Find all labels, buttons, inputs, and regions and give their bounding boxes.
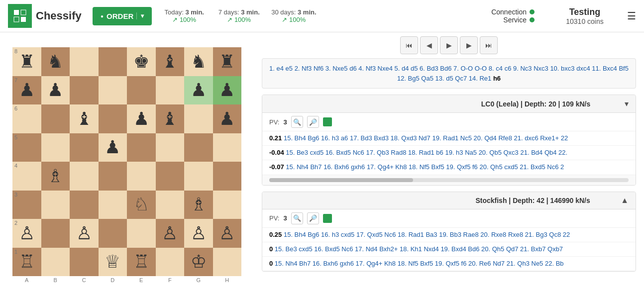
engine-title-stockfish: Stockfish | Depth: 42 | 146990 kN/s xyxy=(445,197,621,204)
nav-first-button[interactable]: ⏮ xyxy=(400,36,418,54)
cell-7-1[interactable] xyxy=(41,248,70,277)
nav-last-button[interactable]: ⏭ xyxy=(480,36,498,54)
cell-2-4[interactable]: ♟ xyxy=(127,104,156,133)
cell-4-3[interactable] xyxy=(99,162,127,191)
rank-labels: 87654321 xyxy=(13,47,17,276)
cell-3-2[interactable] xyxy=(70,133,99,162)
cell-3-6[interactable] xyxy=(184,133,213,162)
cell-5-6[interactable]: ♗ xyxy=(184,191,213,219)
cell-7-2[interactable] xyxy=(70,248,99,277)
cell-1-1[interactable]: ♟ xyxy=(41,76,70,105)
status-area: Connection Service xyxy=(491,8,535,24)
engine-header-stockfish: Stockfish | Depth: 42 | 146990 kN/s ▲ xyxy=(262,192,636,209)
cell-4-5[interactable] xyxy=(156,162,185,191)
line-lc0-3: -0.07 15. Nh4 Bh7 16. Bxh6 gxh6 17. Qg4+… xyxy=(262,160,636,175)
cell-5-1[interactable] xyxy=(41,191,70,219)
cell-7-5[interactable] xyxy=(156,248,185,277)
file-label-D: D xyxy=(99,277,127,283)
cell-6-7[interactable]: ♙ xyxy=(213,219,242,248)
cell-5-5[interactable] xyxy=(156,191,185,219)
line-sf-1: 0.25 15. Bh4 Bg6 16. h3 cxd5 17. Qxd5 Nc… xyxy=(262,228,636,242)
line-lc0-2: -0.04 15. Be3 cxd5 16. Bxd5 Nc6 17. Qb3 … xyxy=(262,146,636,160)
cell-6-3[interactable] xyxy=(99,219,127,248)
cell-5-7[interactable] xyxy=(213,191,242,219)
cell-2-3[interactable] xyxy=(99,104,127,133)
moves-lc0-2: 15. Be3 cxd5 16. Bxd5 Nc6 17. Qb3 Rad8 1… xyxy=(286,149,567,156)
pv-value-lc0: 3 xyxy=(283,118,287,126)
nav-next2-button[interactable]: ▶ xyxy=(460,36,478,54)
cell-7-4[interactable]: ♖ xyxy=(127,248,156,277)
cell-1-2[interactable] xyxy=(70,76,99,105)
cell-3-5[interactable] xyxy=(156,133,185,162)
cell-7-6[interactable]: ♔ xyxy=(184,248,213,277)
service-dot xyxy=(530,17,535,22)
cell-0-4[interactable]: ♚ xyxy=(127,47,156,76)
cell-3-3[interactable]: ♟ xyxy=(99,133,127,162)
rank-label-6: 6 xyxy=(13,104,17,133)
cell-3-1[interactable] xyxy=(41,133,70,162)
cell-4-6[interactable] xyxy=(184,162,213,191)
engine-panel-stockfish: Stockfish | Depth: 42 | 146990 kN/s ▲ PV… xyxy=(262,192,636,272)
menu-icon[interactable]: ☰ xyxy=(627,10,636,22)
cell-0-6[interactable]: ♞ xyxy=(184,47,213,76)
cell-0-1[interactable]: ♞ xyxy=(41,47,70,76)
cell-2-7[interactable]: ♟ xyxy=(213,104,242,133)
zoom-in-stockfish[interactable]: 🔍 xyxy=(291,212,303,224)
service-status: Service xyxy=(503,16,535,24)
cell-3-7[interactable] xyxy=(213,133,242,162)
zoom-out-stockfish[interactable]: 🔎 xyxy=(307,212,319,224)
cell-2-2[interactable]: ♝ xyxy=(70,104,99,133)
zoom-out-lc0[interactable]: 🔎 xyxy=(307,116,319,128)
svg-rect-3 xyxy=(14,17,19,22)
svg-rect-4 xyxy=(21,17,26,22)
engine-toggle-lc0[interactable]: ▾ xyxy=(625,99,629,108)
scroll-track-lc0[interactable] xyxy=(269,178,629,182)
cell-5-3[interactable] xyxy=(99,191,127,219)
nav-next-button[interactable]: ▶ xyxy=(440,36,458,54)
cell-3-4[interactable] xyxy=(127,133,156,162)
svg-rect-1 xyxy=(14,10,19,15)
cell-5-2[interactable] xyxy=(70,191,99,219)
cell-6-4[interactable] xyxy=(127,219,156,248)
cell-6-5[interactable]: ♙ xyxy=(156,219,185,248)
engine-title-lc0: LC0 (Leela) | Depth: 20 | 109 kN/s xyxy=(447,100,625,108)
cell-6-6[interactable]: ♙ xyxy=(184,219,213,248)
pv-label-lc0: PV: xyxy=(269,118,279,126)
engine-toggle-stockfish[interactable]: ▲ xyxy=(621,196,629,205)
cell-6-2[interactable]: ♙ xyxy=(70,219,99,248)
stat-30days: 30 days: 3 min. ↗ 100% xyxy=(271,8,316,23)
color-square-stockfish xyxy=(323,214,332,223)
cell-0-5[interactable]: ♝ xyxy=(156,47,185,76)
nav-prev-button[interactable]: ◀ xyxy=(420,36,438,54)
cell-1-4[interactable] xyxy=(127,76,156,105)
cell-1-3[interactable] xyxy=(99,76,127,105)
connection-dot xyxy=(530,9,535,14)
cell-4-1[interactable]: ♗ xyxy=(41,162,70,191)
cell-0-2[interactable] xyxy=(70,47,99,76)
cell-2-6[interactable] xyxy=(184,104,213,133)
testing-coins: 10310 coins xyxy=(566,17,604,25)
stat-7days-label: 7 days: 3 min. xyxy=(218,8,260,16)
cell-1-7[interactable]: ♟ xyxy=(213,76,242,105)
cell-4-4[interactable] xyxy=(127,162,156,191)
cell-4-2[interactable] xyxy=(70,162,99,191)
score-sf-1: 0.25 xyxy=(269,231,282,238)
cell-1-6[interactable]: ♟ xyxy=(184,76,213,105)
cell-1-5[interactable] xyxy=(156,76,185,105)
cell-2-5[interactable]: ♝ xyxy=(156,104,185,133)
cell-0-7[interactable]: ♜ xyxy=(213,47,242,76)
scrollbar-lc0[interactable] xyxy=(262,175,636,185)
cell-6-1[interactable] xyxy=(41,219,70,248)
cell-5-4[interactable]: ♘ xyxy=(127,191,156,219)
cell-0-3[interactable] xyxy=(99,47,127,76)
cell-7-3[interactable]: ♕ xyxy=(99,248,127,277)
cell-4-7[interactable] xyxy=(213,162,242,191)
testing-title: Testing xyxy=(569,7,601,17)
zoom-in-lc0[interactable]: 🔍 xyxy=(291,116,303,128)
color-square-lc0 xyxy=(323,117,332,126)
order-arrow: ▾ xyxy=(136,12,144,19)
cell-2-1[interactable] xyxy=(41,104,70,133)
logo-icon xyxy=(8,4,32,28)
cell-7-7[interactable] xyxy=(213,248,242,277)
order-button[interactable]: ● ORDER ▾ xyxy=(93,7,152,25)
